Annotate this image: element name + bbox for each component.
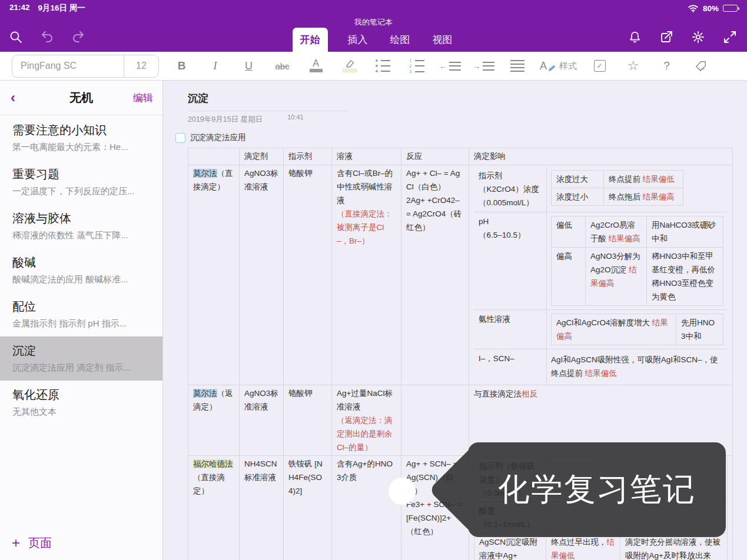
bell-icon[interactable]: [627, 29, 642, 45]
page-item[interactable]: 氧化还原 无其他文本: [0, 381, 162, 425]
italic-button[interactable]: I: [204, 54, 226, 78]
fx-label-line: （0.005mol/L）: [479, 196, 542, 209]
undo-icon[interactable]: [39, 29, 55, 45]
method-name-highlight: 莫尔法: [193, 169, 217, 178]
battery-icon: [723, 5, 738, 12]
table-row-mohr-direct: 莫尔法（直接滴定） AgNO3标准溶液 铬酸钾 含有Cl–或Br–的中性或弱碱性…: [188, 165, 733, 385]
page-list-sidebar: ‹ 无机 编辑 需要注意的小知识 第一电离能最大的元素：He... 重要习题 一…: [0, 81, 163, 560]
method-name-highlight: 莫尔法: [193, 389, 217, 398]
page-item[interactable]: 重要习题 一定温度下，下列反应的定压...: [0, 160, 162, 204]
fx-label-line: （6.5–10.5）: [479, 228, 542, 242]
tab-home[interactable]: 开始: [293, 28, 328, 52]
header-empty: [188, 148, 240, 165]
method-note: （直接滴定）: [193, 473, 225, 495]
numbered-list-button[interactable]: 123: [406, 54, 427, 78]
status-time: 21:42: [9, 3, 30, 14]
indicator-cell: 铬酸钾: [284, 385, 332, 456]
todo-checkbox[interactable]: [175, 133, 185, 143]
header-indicator: 指示剂: [284, 148, 332, 165]
tab-insert[interactable]: 插入: [346, 28, 370, 52]
font-color-button[interactable]: A: [305, 54, 327, 78]
font-color-bar: [310, 69, 323, 72]
redo-icon[interactable]: [71, 29, 86, 45]
header-reaction: 反应: [401, 148, 469, 165]
font-picker[interactable]: PingFang SC 12: [12, 55, 159, 78]
page-item-title: 沉淀: [12, 344, 151, 358]
fx-effect: AgI和AgSCN吸附性强，可吸附AgI和SCN–，使终点提前: [551, 355, 718, 378]
font-color-a: A: [313, 59, 319, 68]
fx-label-line: pH: [479, 215, 542, 228]
fx-result-red: 结果偏低: [585, 369, 617, 378]
fx-result: 终点提前: [609, 175, 643, 184]
align-button[interactable]: [506, 54, 528, 78]
fx-case: 偏低: [552, 216, 586, 248]
add-page-label: 页面: [28, 535, 52, 551]
page-item-preview: 酸碱滴定法的应用 酸碱标准...: [12, 274, 151, 285]
fx-fix: 稀HNO3中和至甲基红变橙，再低价稀HNO3至橙色变为黄色: [647, 248, 723, 306]
highlighter-button[interactable]: [338, 54, 360, 78]
section-title: 无机: [69, 90, 93, 106]
titrant-cell: NH4SCN标准溶液: [240, 456, 284, 560]
fx-label-line: （K2CrO4）浓度: [479, 182, 542, 196]
tab-draw[interactable]: 绘图: [388, 28, 413, 52]
bold-button[interactable]: B: [171, 54, 192, 78]
tag-button[interactable]: [689, 54, 711, 78]
page-item[interactable]: 溶液与胶体 稀溶液的依数性 蒸气压下降...: [0, 204, 162, 248]
reaction-line: 2Ag+ +CrO42– = Ag2CrO4（砖红色）: [406, 194, 464, 234]
solution-note-red: （直接滴定法：被测离子是Cl–，Br–）: [337, 207, 396, 248]
header-solution: 溶液: [332, 148, 401, 165]
add-page-button[interactable]: + 页面: [12, 535, 52, 551]
wifi-icon: [688, 4, 699, 12]
app-header: 我的笔记本 开始 插入 绘图 视图: [0, 16, 747, 52]
todo-tag-button[interactable]: ✓: [589, 54, 610, 78]
gear-icon[interactable]: [690, 29, 706, 45]
underline-button[interactable]: U: [238, 54, 260, 78]
font-size[interactable]: 12: [124, 55, 158, 77]
fullscreen-icon[interactable]: [722, 29, 738, 45]
page-item-title: 氧化还原: [12, 388, 151, 402]
fx-fix: 用NaHCO3或硼砂中和: [647, 216, 723, 248]
font-name[interactable]: PingFang SC: [12, 61, 124, 71]
bullet-list-button[interactable]: [372, 54, 394, 78]
page-time: 10:41: [287, 114, 304, 121]
back-chevron-icon[interactable]: ‹: [11, 92, 15, 104]
solution-note-red: （返滴定法：滴定测出的是剩余Cl–的量）: [337, 414, 396, 454]
styles-button[interactable]: A样式: [540, 54, 577, 78]
search-icon[interactable]: [8, 29, 24, 45]
todo-label: 沉淀滴定法应用: [190, 132, 246, 143]
solution-text: 含有Cl–或Br–的中性或弱碱性溶液: [337, 166, 396, 207]
format-toolbar: PingFang SC 12 B I U abc A 123 ← →: [0, 52, 747, 81]
styles-a: A: [540, 60, 547, 72]
solution-text: Ag+过量NaCl标准溶液: [337, 386, 396, 414]
fx-fix: 滴定时充分摇动溶液，使被吸附的Ag+及时释放出来: [620, 534, 728, 560]
strikethrough-button[interactable]: abc: [271, 54, 293, 78]
ribbon-tabs: 开始 插入 绘图 视图: [293, 28, 455, 52]
page-item[interactable]: 配位 金属指示剂 指示剂 pH 指示...: [0, 292, 162, 336]
page-item-title: 重要习题: [12, 167, 151, 181]
solution-text: 含有Ag+的HNO3介质: [332, 456, 401, 560]
page-item-selected[interactable]: 沉淀 沉淀滴定法应用 滴定剂 指示...: [0, 336, 162, 381]
fx-case: 浓度过大: [552, 171, 604, 188]
star-tag-button[interactable]: ☆: [622, 54, 644, 78]
page-item[interactable]: 酸碱 酸碱滴定法的应用 酸碱标准...: [0, 248, 162, 292]
table-header-row: 滴定剂 指示剂 溶液 反应 滴定影响: [188, 148, 733, 165]
titrant-cell: AgNO3标准溶液: [240, 165, 284, 385]
edit-button[interactable]: 编辑: [133, 91, 153, 105]
effect-ammonia: 氨性溶液 AgCl和AgCrO4溶解度增大 结果偏高 先用HNO3中和: [474, 310, 728, 349]
share-icon[interactable]: [659, 29, 674, 45]
notebook-title: 我的笔记本: [0, 17, 747, 28]
page-item-preview: 金属指示剂 指示剂 pH 指示...: [12, 318, 151, 329]
page-item-preview: 沉淀滴定法应用 滴定剂 指示...: [12, 362, 151, 373]
header-effects: 滴定影响: [469, 148, 733, 165]
fx-effect: 与直接滴定法: [474, 389, 522, 398]
tab-view[interactable]: 视图: [430, 28, 455, 52]
outdent-button[interactable]: ←: [439, 54, 461, 78]
page-item-preview: 一定温度下，下列反应的定压...: [12, 185, 151, 196]
indent-button[interactable]: →: [473, 54, 494, 78]
question-tag-button[interactable]: ?: [656, 54, 678, 78]
touch-indicator: [389, 478, 416, 505]
page-item[interactable]: 需要注意的小知识 第一电离能最大的元素：He...: [0, 116, 162, 160]
header-titrant: 滴定剂: [240, 148, 284, 165]
fx-case: AgSCN沉淀吸附溶液中Ag+: [474, 534, 546, 560]
fx-label-line: I–，SCN–: [479, 352, 542, 365]
